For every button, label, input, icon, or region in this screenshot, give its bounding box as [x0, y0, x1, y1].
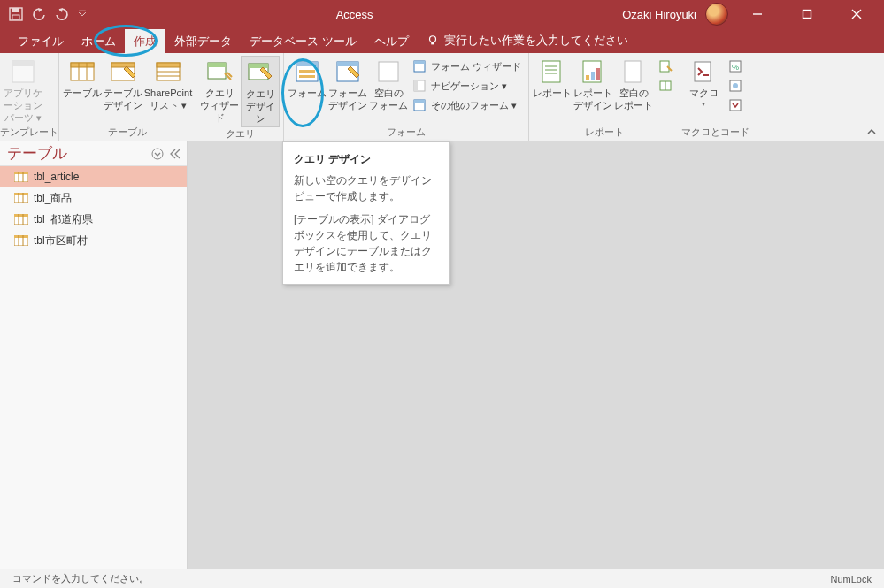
svg-rect-29: [337, 62, 358, 66]
status-left: コマンドを入力してください。: [12, 572, 149, 585]
tell-me[interactable]: 実行したい作業を入力してください: [418, 28, 637, 53]
other-forms-button[interactable]: その他のフォーム ▾: [413, 96, 521, 114]
form-wizard-button[interactable]: フォーム ウィザード: [413, 57, 521, 75]
maximize-button[interactable]: [787, 0, 827, 28]
qat-more-icon[interactable]: [78, 7, 87, 21]
tab-help[interactable]: ヘルプ: [365, 29, 418, 53]
svg-rect-61: [14, 193, 28, 195]
tab-home[interactable]: ホーム: [73, 29, 125, 53]
blank-form-button[interactable]: 空白の フォーム: [369, 56, 408, 114]
svg-rect-7: [431, 42, 434, 45]
nav-item[interactable]: tbl_都道府県: [0, 209, 187, 230]
save-icon[interactable]: [9, 7, 23, 21]
nav-title[interactable]: テーブル: [7, 143, 67, 164]
svg-rect-1: [12, 8, 19, 12]
table-button[interactable]: テーブル: [63, 56, 102, 102]
tab-external[interactable]: 外部データ: [165, 29, 241, 53]
svg-rect-54: [730, 100, 741, 111]
avatar[interactable]: [705, 3, 728, 26]
table-icon: [14, 214, 28, 225]
navigation-pane: テーブル tbl_article tbl_商品 tbl_都道府県 tbl市区町村: [0, 141, 188, 569]
group-form: フォーム: [284, 126, 528, 141]
canvas-area: クエリ デザイン 新しい空のクエリをデザイン ビューで作成します。 [テーブルの…: [188, 141, 884, 569]
report-button[interactable]: レポート: [533, 56, 572, 102]
svg-rect-42: [586, 75, 589, 80]
group-template: テンプレート: [0, 126, 58, 141]
status-numlock: NumLock: [831, 574, 872, 584]
svg-rect-57: [14, 172, 28, 174]
macro-button[interactable]: マクロ▾: [684, 56, 723, 111]
svg-text:%: %: [732, 63, 739, 72]
class-module-icon[interactable]: [728, 77, 742, 95]
svg-rect-43: [591, 72, 595, 80]
sharepoint-button[interactable]: SharePoint リスト ▾: [144, 56, 192, 114]
undo-icon[interactable]: [32, 7, 46, 21]
ribbon: アプリケーション パーツ ▾ テンプレート テーブル テーブル デザイン Sha…: [0, 53, 884, 141]
form-design-button[interactable]: フォーム デザイン: [328, 56, 367, 114]
svg-rect-5: [803, 11, 811, 19]
svg-rect-27: [299, 75, 315, 78]
svg-rect-23: [249, 64, 268, 68]
vba-icon[interactable]: [728, 96, 742, 114]
group-table: テーブル: [59, 126, 196, 141]
svg-rect-17: [157, 63, 180, 67]
svg-rect-44: [596, 68, 600, 80]
svg-rect-11: [71, 63, 94, 67]
user-name[interactable]: Ozaki Hiroyuki: [622, 8, 696, 21]
collapse-ribbon-button[interactable]: [865, 125, 879, 139]
nav-collapse-icon[interactable]: [169, 148, 180, 160]
svg-rect-45: [625, 61, 641, 82]
report-design-button[interactable]: レポート デザイン: [573, 56, 612, 114]
bulb-icon: [427, 34, 439, 47]
svg-rect-34: [414, 80, 418, 91]
query-design-button[interactable]: クエリ デザイン: [241, 56, 280, 127]
svg-rect-32: [414, 61, 425, 64]
svg-rect-30: [379, 62, 398, 81]
tooltip: クエリ デザイン 新しい空のクエリをデザイン ビューで作成します。 [テーブルの…: [282, 141, 450, 285]
svg-rect-36: [414, 100, 425, 103]
table-icon: [14, 172, 28, 182]
tab-dbtools[interactable]: データベース ツール: [241, 29, 365, 53]
table-design-button[interactable]: テーブル デザイン: [104, 56, 142, 114]
tab-create[interactable]: 作成: [125, 29, 165, 53]
svg-rect-69: [14, 235, 28, 238]
svg-rect-65: [14, 214, 28, 217]
svg-rect-2: [12, 15, 19, 19]
close-button[interactable]: [836, 0, 877, 28]
nav-item[interactable]: tbl市区町村: [0, 230, 187, 251]
svg-rect-21: [208, 63, 226, 67]
app-title: Access: [87, 8, 622, 21]
svg-rect-15: [111, 63, 135, 67]
group-macro: マクロとコード: [680, 126, 749, 141]
nav-filter-icon[interactable]: [151, 148, 164, 160]
group-query: クエリ: [196, 127, 283, 142]
svg-rect-9: [12, 61, 34, 66]
table-icon: [14, 235, 28, 246]
module-icon[interactable]: %: [728, 57, 742, 75]
nav-item[interactable]: tbl_article: [0, 166, 187, 187]
blank-report-button[interactable]: 空白の レポート: [614, 56, 653, 114]
redo-icon[interactable]: [55, 7, 69, 21]
form-button[interactable]: フォーム: [288, 56, 327, 102]
svg-point-53: [733, 83, 738, 88]
minimize-button[interactable]: [737, 0, 778, 28]
svg-rect-25: [296, 62, 318, 66]
svg-rect-37: [542, 61, 560, 82]
tab-file[interactable]: ファイル: [9, 29, 73, 53]
query-wizard-button[interactable]: クエリ ウィザード: [200, 56, 239, 126]
svg-point-55: [152, 149, 163, 159]
group-report: レポート: [529, 126, 680, 141]
table-icon: [14, 193, 28, 203]
report-wizard-icon[interactable]: [658, 57, 673, 75]
app-parts-button: アプリケーション パーツ ▾: [4, 56, 42, 126]
nav-item[interactable]: tbl_商品: [0, 187, 187, 209]
svg-rect-26: [299, 70, 315, 73]
navigation-button: ナビゲーション ▾: [413, 77, 521, 95]
svg-point-6: [429, 36, 435, 42]
labels-icon[interactable]: [658, 77, 673, 95]
